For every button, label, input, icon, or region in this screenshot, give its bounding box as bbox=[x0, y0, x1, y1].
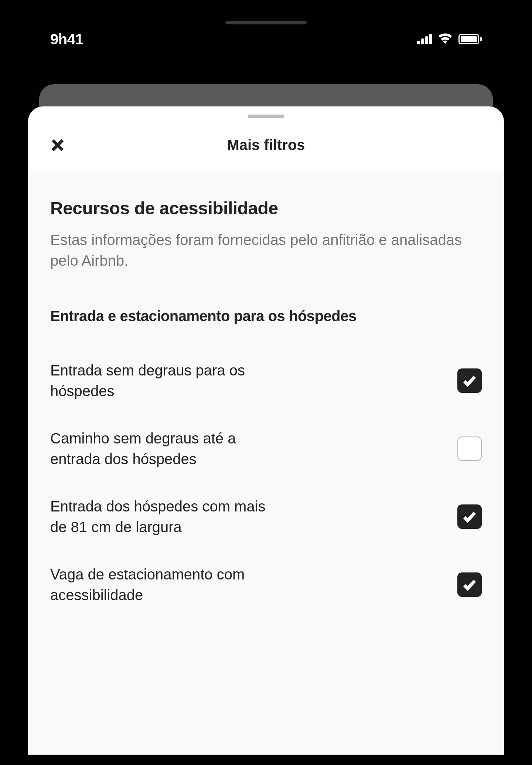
volume-up-button bbox=[3, 259, 7, 333]
close-icon bbox=[50, 138, 65, 153]
checkbox-accessible-parking[interactable] bbox=[457, 572, 482, 597]
volume-down-button bbox=[3, 355, 7, 429]
close-button[interactable] bbox=[50, 138, 65, 153]
sheet-content[interactable]: Recursos de acessibilidade Estas informa… bbox=[28, 172, 504, 755]
status-icons bbox=[417, 33, 482, 45]
filter-row-step-free-entrance: Entrada sem degraus para os hóspedes bbox=[50, 347, 482, 415]
accessibility-section-description: Estas informações foram fornecidas pelo … bbox=[50, 229, 482, 271]
entrance-parking-subsection-title: Entrada e estacionamento para os hóspede… bbox=[50, 308, 482, 324]
accessibility-section-title: Recursos de acessibilidade bbox=[50, 198, 482, 218]
checkbox-wide-entrance[interactable] bbox=[457, 504, 482, 529]
status-time: 9h41 bbox=[50, 31, 83, 48]
wifi-icon bbox=[438, 33, 453, 45]
check-icon bbox=[462, 577, 477, 592]
filter-label: Entrada sem degraus para os hóspedes bbox=[50, 360, 272, 401]
checkbox-step-free-entrance[interactable] bbox=[457, 368, 482, 393]
filter-label: Caminho sem degraus até a entrada dos hó… bbox=[50, 428, 272, 469]
check-icon bbox=[462, 509, 477, 524]
phone-frame: 9h41 bbox=[0, 0, 532, 765]
sheet-drag-handle[interactable] bbox=[248, 115, 284, 118]
cellular-signal-icon bbox=[417, 34, 432, 44]
filter-label: Vaga de estacionamento com acessibilidad… bbox=[50, 564, 272, 605]
status-bar: 9h41 bbox=[21, 10, 511, 62]
power-button bbox=[525, 288, 529, 407]
filter-label: Entrada dos hóspedes com mais de 81 cm d… bbox=[50, 496, 272, 537]
filter-row-accessible-parking: Vaga de estacionamento com acessibilidad… bbox=[50, 551, 482, 619]
battery-icon bbox=[458, 34, 482, 44]
sheet-header: Mais filtros bbox=[28, 118, 504, 172]
phone-bezel: 9h41 bbox=[10, 0, 522, 765]
side-button bbox=[3, 192, 7, 233]
phone-screen: 9h41 bbox=[21, 10, 511, 755]
sheet-title: Mais filtros bbox=[50, 137, 482, 153]
check-icon bbox=[462, 373, 477, 388]
filters-sheet: Mais filtros Recursos de acessibilidade … bbox=[28, 106, 504, 755]
filter-row-step-free-path: Caminho sem degraus até a entrada dos hó… bbox=[50, 415, 482, 483]
filter-row-wide-entrance: Entrada dos hóspedes com mais de 81 cm d… bbox=[50, 483, 482, 551]
phone-speaker bbox=[225, 21, 307, 24]
checkbox-step-free-path[interactable] bbox=[457, 436, 482, 461]
